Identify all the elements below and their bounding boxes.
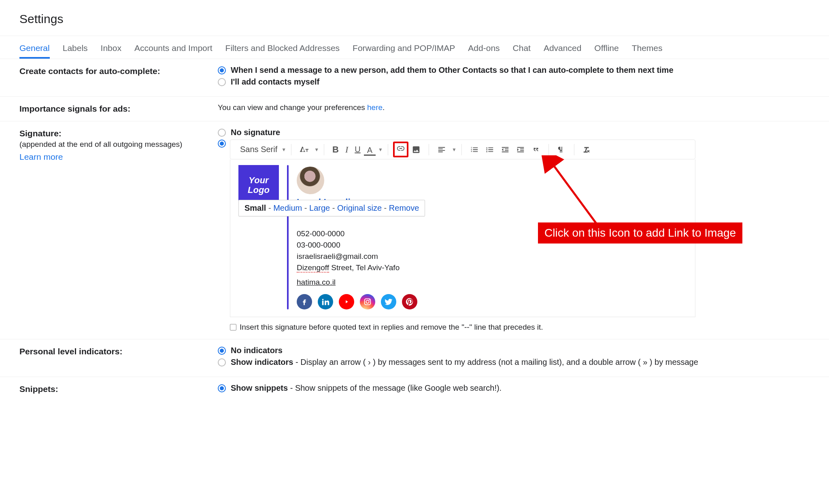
chevron-down-icon: ▼ (452, 147, 457, 152)
ads-preferences-link[interactable]: here (367, 103, 383, 112)
setting-label: Signature: (appended at the end of all o… (19, 128, 202, 162)
tab-add-ons[interactable]: Add-ons (468, 36, 500, 59)
image-size-large[interactable]: Large (309, 203, 330, 212)
text-direction-button[interactable] (554, 143, 569, 157)
insert-image-button[interactable] (408, 143, 424, 157)
linkedin-icon[interactable] (318, 294, 333, 309)
chevron-down-icon: ▼ (378, 147, 383, 152)
tab-offline[interactable]: Offline (594, 36, 619, 59)
italic-button[interactable]: I (342, 142, 351, 157)
insert-before-quoted-checkbox[interactable]: Insert this signature before quoted text… (230, 323, 695, 332)
signature-subtext: (appended at the end of all outgoing mes… (19, 140, 202, 149)
setting-label: Snippets: (19, 383, 202, 394)
checkbox-label: Insert this signature before quoted text… (240, 323, 543, 332)
twitter-icon[interactable] (381, 294, 396, 309)
logo-text: Logo (248, 185, 270, 195)
signature-phone: 03-000-0000 (297, 241, 417, 250)
signature-content[interactable]: Your Logo Israel Israeli 052-000-0000 03… (230, 159, 695, 317)
remove-formatting-button[interactable] (579, 143, 595, 157)
annotation-callout: Click on this Icon to add Link to Image (538, 222, 742, 244)
signature-address: Dizengoff Street, Tel Aviv-Yafo (297, 263, 417, 272)
pinterest-icon[interactable] (402, 294, 417, 309)
tab-forwarding-pop-imap[interactable]: Forwarding and POP/IMAP (353, 36, 455, 59)
radio-unchecked-icon (218, 129, 226, 137)
signature-editor: Sans Serif ▼ ▼ B I U A ▼ (230, 140, 695, 332)
setting-auto-complete: Create contacts for auto-complete: When … (0, 59, 829, 97)
indent-more-button[interactable] (513, 143, 528, 157)
radio-unchecked-icon (218, 358, 226, 366)
align-button[interactable] (434, 143, 449, 157)
image-size-medium[interactable]: Medium (273, 203, 302, 212)
tab-inbox[interactable]: Inbox (101, 36, 121, 59)
svg-point-1 (366, 300, 369, 303)
setting-signature: Signature: (appended at the end of all o… (0, 121, 829, 339)
radio-label: I'll add contacts myself (231, 77, 319, 87)
tab-filters-blocked[interactable]: Filters and Blocked Addresses (225, 36, 340, 59)
radio-no-signature[interactable]: No signature (218, 128, 810, 137)
image-size-original[interactable]: Original size (337, 203, 382, 212)
logo-placeholder[interactable]: Your Logo (238, 165, 279, 205)
social-icons-row (297, 294, 417, 309)
radio-no-indicators[interactable]: No indicators (218, 346, 810, 355)
radio-show-indicators[interactable]: Show indicators - Display an arrow ( › )… (218, 358, 810, 367)
radio-label-rest: - Display an arrow ( › ) by messages sen… (293, 358, 698, 366)
tab-chat[interactable]: Chat (513, 36, 531, 59)
radio-option-manual[interactable]: I'll add contacts myself (218, 77, 810, 87)
chevron-down-icon: ▼ (281, 147, 286, 152)
ads-text-prefix: You can view and change your preferences (218, 103, 367, 112)
text-color-button[interactable]: A (364, 144, 376, 156)
avatar[interactable] (297, 167, 324, 194)
image-size-small[interactable]: Small (244, 203, 266, 212)
spellcheck-word: Dizengoff (297, 263, 329, 273)
font-size-button[interactable] (296, 143, 312, 157)
radio-label: When I send a message to a new person, a… (231, 66, 674, 75)
radio-label: No signature (231, 128, 280, 137)
tab-accounts-import[interactable]: Accounts and Import (134, 36, 213, 59)
radio-label-bold: Show snippets (231, 383, 288, 392)
svg-point-2 (369, 299, 370, 300)
radio-label: No indicators (231, 346, 283, 355)
image-resize-menu: Small - Medium - Large - Original size -… (238, 200, 425, 216)
font-family-select[interactable]: Sans Serif (236, 142, 279, 157)
tab-themes[interactable]: Themes (632, 36, 663, 59)
radio-checked-icon (218, 384, 226, 392)
tab-labels[interactable]: Labels (63, 36, 88, 59)
numbered-list-button[interactable] (467, 143, 482, 157)
setting-label: Importance signals for ads: (19, 103, 202, 114)
vertical-divider (287, 165, 289, 309)
ads-text: You can view and change your preferences… (218, 103, 810, 112)
quote-button[interactable] (528, 143, 544, 157)
instagram-icon[interactable] (360, 294, 375, 309)
bulleted-list-button[interactable] (482, 143, 497, 157)
radio-label-rest: - Show snippets of the message (like Goo… (288, 383, 502, 392)
ads-text-suffix: . (383, 103, 385, 112)
radio-show-snippets[interactable]: Show snippets - Show snippets of the mes… (218, 383, 810, 393)
setting-label: Personal level indicators: (19, 346, 202, 356)
tab-advanced[interactable]: Advanced (544, 36, 581, 59)
youtube-icon[interactable] (339, 294, 354, 309)
setting-personal-indicators: Personal level indicators: No indicators… (0, 339, 829, 377)
signature-heading: Signature: (19, 129, 62, 138)
page-title: Settings (19, 12, 829, 26)
radio-checked-icon (218, 347, 226, 355)
insert-link-button[interactable] (393, 142, 408, 157)
chevron-down-icon: ▼ (314, 147, 319, 152)
radio-checked-icon (218, 140, 226, 148)
checkbox-icon (230, 324, 236, 330)
bold-button[interactable]: B (329, 142, 342, 157)
image-remove[interactable]: Remove (389, 203, 419, 212)
settings-tabs: General Labels Inbox Accounts and Import… (0, 36, 829, 59)
tab-general[interactable]: General (19, 36, 50, 59)
signature-website-link[interactable]: hatima.co.il (297, 278, 417, 287)
logo-text: Your (249, 176, 268, 185)
radio-checked-icon (218, 66, 226, 74)
setting-importance-ads: Importance signals for ads: You can view… (0, 97, 829, 121)
facebook-icon[interactable] (297, 294, 312, 309)
underline-button[interactable]: U (351, 142, 363, 157)
signature-phone: 052-000-0000 (297, 229, 417, 238)
radio-label-bold: Show indicators (231, 358, 293, 366)
radio-option-auto[interactable]: When I send a message to a new person, a… (218, 66, 810, 75)
setting-label: Create contacts for auto-complete: (19, 66, 202, 76)
signature-learn-more-link[interactable]: Learn more (19, 152, 63, 162)
indent-less-button[interactable] (497, 143, 513, 157)
